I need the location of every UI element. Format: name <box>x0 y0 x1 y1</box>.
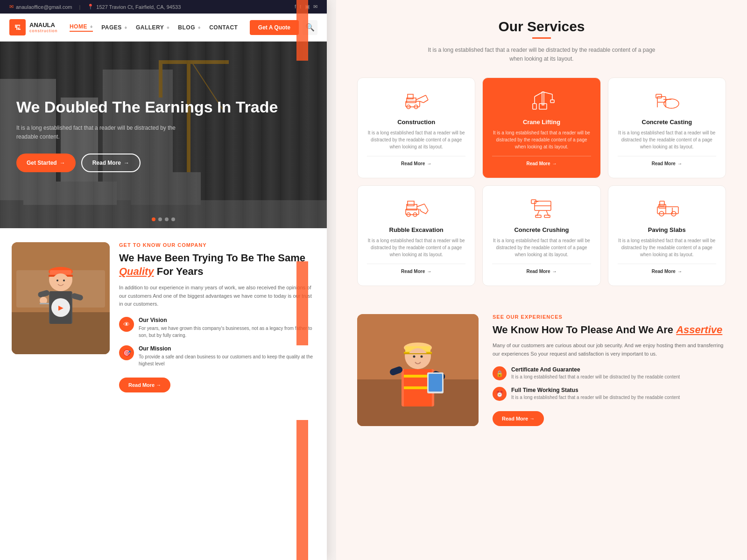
svg-rect-84 <box>429 374 442 392</box>
service-card-crane: Crane Lifting It is a long established f… <box>482 77 600 178</box>
svg-rect-36 <box>542 92 544 105</box>
svg-rect-25 <box>40 303 49 304</box>
service-name-0: Construction <box>367 119 465 126</box>
mission-icon: 🎯 <box>119 345 134 360</box>
get-started-button[interactable]: Get Started → <box>16 154 76 172</box>
top-bar: ✉ anaulaoffice@gmail.com | 📍 1527 Travio… <box>0 0 327 14</box>
arrow-icon: → <box>60 160 65 166</box>
arrow-icon: → <box>552 269 557 274</box>
arrow-icon: → <box>677 161 682 166</box>
about-read-more-button[interactable]: Read More → <box>119 378 170 392</box>
get-quote-button[interactable]: Get A Quote <box>250 20 299 35</box>
paver-icon <box>655 197 678 221</box>
nav-contact[interactable]: CONTACT <box>209 24 238 31</box>
fulltime-desc: It is a long established fact that a rea… <box>511 394 680 401</box>
svg-rect-62 <box>531 200 536 203</box>
left-panel: ✉ anaulaoffice@gmail.com | 📍 1527 Travio… <box>0 0 327 560</box>
experience-worker-svg <box>357 314 479 426</box>
hero-title: We Doubled The Earnings In Trade <box>16 98 278 117</box>
experience-title: We Know How To Please And We Are Asserti… <box>493 323 726 337</box>
certificate-feature: 🔒 Certificate And Guarantee It is a long… <box>493 366 726 380</box>
service-desc-4: It is a long established fact that a rea… <box>492 237 591 258</box>
service-read-more-0[interactable]: Read More → <box>367 156 465 166</box>
certificate-title: Certificate And Guarantee <box>511 366 680 373</box>
service-read-more-3[interactable]: Read More → <box>367 264 465 274</box>
nav-blog[interactable]: BLOG + <box>178 24 201 31</box>
nav-gallery[interactable]: GALLERY + <box>136 24 169 31</box>
certificate-desc: It is a long established fact that a rea… <box>511 374 680 380</box>
service-card-paving: Paving Slabs It is a long established fa… <box>608 185 726 286</box>
worker-photo: ▶ <box>12 242 110 354</box>
excavator2-icon <box>405 197 428 221</box>
facebook-icon[interactable]: f <box>295 4 296 10</box>
services-grid: Construction It is a long established fa… <box>357 77 726 286</box>
service-desc-0: It is a long established fact that a rea… <box>367 129 465 150</box>
experience-content: See Our Experiences We Know How To Pleas… <box>493 314 726 426</box>
svg-rect-60 <box>536 215 541 217</box>
vision-icon: 👁 <box>119 317 134 332</box>
service-read-more-4[interactable]: Read More → <box>492 264 591 274</box>
svg-line-54 <box>417 204 424 207</box>
hero-content: We Doubled The Earnings In Trade It is a… <box>0 98 294 172</box>
vision-title: Our Vision <box>139 317 315 323</box>
service-name-4: Concrete Crushing <box>492 226 591 233</box>
clock-icon: ⏰ <box>493 387 507 401</box>
nav-pages[interactable]: PAGES + <box>101 24 127 31</box>
roller-icon <box>655 90 678 113</box>
right-panel: Our Services It is a long established fa… <box>336 0 747 560</box>
experience-description: Many of our customers are curious about … <box>493 342 726 358</box>
vision-feature: 👁 Our Vision For years, we have grown th… <box>119 317 315 339</box>
crane-icon <box>530 90 553 113</box>
svg-rect-48 <box>656 94 662 98</box>
address-contact: 📍 1527 Travion Ct, Fairfield, CA, 94533 <box>87 4 181 10</box>
hero-section: We Doubled The Earnings In Trade It is a… <box>0 42 327 228</box>
fulltime-title: Full Time Working Status <box>511 387 680 393</box>
logo[interactable]: 🏗 ANAULA construction <box>9 19 58 35</box>
experience-tag: See Our Experiences <box>493 314 726 320</box>
dot-1[interactable] <box>152 217 155 221</box>
excavator-icon <box>405 90 428 113</box>
read-more-hero-button[interactable]: Read More → <box>81 154 141 172</box>
about-section: ▶ Get To Know Our Company We Have Been T… <box>0 228 327 406</box>
service-name-2: Concrete Casting <box>618 119 716 126</box>
experience-image <box>357 314 479 426</box>
svg-rect-5 <box>159 60 162 98</box>
svg-rect-40 <box>550 100 554 103</box>
email-contact: ✉ anaulaoffice@gmail.com <box>9 4 72 10</box>
experience-read-more-button[interactable]: Read More → <box>493 411 544 426</box>
mission-desc: To provide a safe and clean business to … <box>139 353 315 367</box>
svg-point-85 <box>408 348 428 369</box>
mission-title: Our Mission <box>139 345 315 352</box>
arrow-icon: → <box>427 269 431 274</box>
certificate-text: Certificate And Guarantee It is a long e… <box>511 366 680 380</box>
dot-2[interactable] <box>158 217 162 221</box>
service-desc-2: It is a long established fact that a rea… <box>618 129 716 150</box>
hero-dots <box>152 217 175 221</box>
services-description: It is a long established fact that a rea… <box>425 46 658 63</box>
services-section: Our Services It is a long established fa… <box>336 0 747 300</box>
service-card-rubble: Rubble Excavation It is a long establish… <box>357 185 475 286</box>
service-read-more-5[interactable]: Read More → <box>618 264 716 274</box>
svg-rect-68 <box>660 201 664 206</box>
orange-accent-mid <box>296 261 308 345</box>
service-read-more-2[interactable]: Read More → <box>618 156 716 166</box>
fulltime-text: Full Time Working Status It is a long es… <box>511 387 680 401</box>
svg-point-19 <box>63 280 65 281</box>
fulltime-feature: ⏰ Full Time Working Status It is a long … <box>493 387 726 401</box>
play-button[interactable]: ▶ <box>51 298 70 317</box>
dot-4[interactable] <box>171 217 175 221</box>
quality-text: Quality <box>119 266 154 277</box>
service-name-5: Paving Slabs <box>618 226 716 233</box>
service-name-3: Rubble Excavation <box>367 226 465 233</box>
svg-rect-4 <box>159 60 229 64</box>
service-read-more-1[interactable]: Read More → <box>492 156 591 166</box>
email-social-icon[interactable]: ✉ <box>313 4 317 10</box>
vision-text: Our Vision For years, we have grown this… <box>139 317 315 339</box>
logo-icon: 🏗 <box>9 19 26 35</box>
email-icon: ✉ <box>9 4 14 10</box>
dot-3[interactable] <box>165 217 169 221</box>
svg-rect-53 <box>408 201 414 206</box>
nav-home[interactable]: HOME + <box>70 23 93 32</box>
hero-buttons: Get Started → Read More → <box>16 154 278 172</box>
worker-experience-photo <box>357 314 479 426</box>
